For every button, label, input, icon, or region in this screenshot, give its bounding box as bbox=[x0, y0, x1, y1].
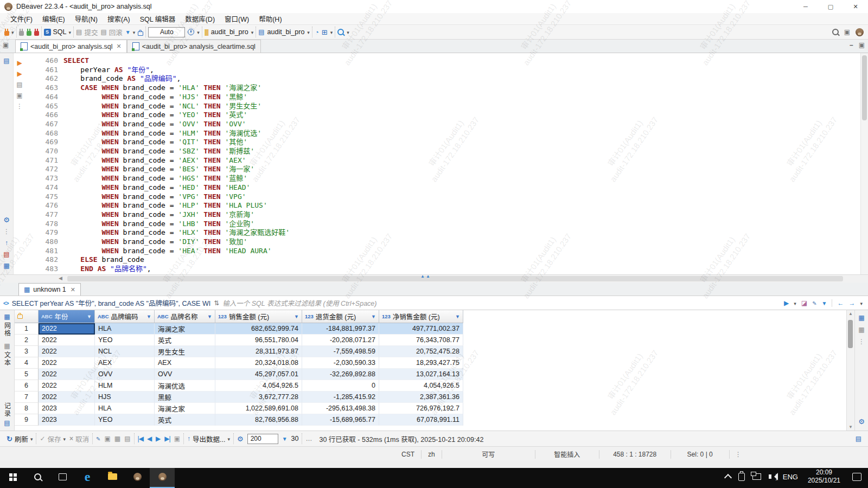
cell[interactable]: 20,752,475.28 bbox=[379, 346, 463, 357]
cell[interactable]: 1,022,589,691.08 bbox=[215, 403, 302, 414]
cell[interactable]: 英式 bbox=[155, 414, 215, 426]
close-button[interactable]: ✕ bbox=[843, 0, 868, 13]
transaction-mode-combo[interactable]: Auto bbox=[148, 27, 185, 37]
cell[interactable]: 13,027,164.13 bbox=[379, 369, 463, 380]
cell[interactable]: 682,652,999.74 bbox=[215, 323, 302, 335]
panel-settings-icon[interactable] bbox=[858, 418, 865, 425]
connection-selector[interactable]: audit_bi_pro bbox=[211, 28, 248, 36]
filter-arrow-icon[interactable]: ▼ bbox=[455, 314, 460, 319]
disconnect-icon[interactable] bbox=[19, 31, 24, 36]
cell[interactable]: 20,324,018.08 bbox=[215, 357, 302, 369]
code-area[interactable]: SELECT perYear AS "年份", brand_code AS "品… bbox=[63, 53, 860, 274]
volume-tray-button[interactable] bbox=[765, 465, 778, 488]
editor-tab[interactable]: <audit_bi_pro> analysis_cleartime.sql bbox=[127, 40, 261, 53]
cell[interactable]: 2022 bbox=[39, 323, 95, 335]
transaction-log-button[interactable] bbox=[125, 29, 135, 35]
menu-item[interactable]: 窗口(W) bbox=[220, 12, 254, 25]
cell[interactable]: 2,387,361.36 bbox=[379, 391, 463, 403]
grid-vertical-scrollbar[interactable]: ▲ ▼ bbox=[846, 310, 854, 431]
chevron-down-icon[interactable] bbox=[30, 435, 33, 442]
cell[interactable]: 黑鲸 bbox=[155, 391, 215, 403]
file-explorer-button[interactable] bbox=[100, 465, 125, 488]
cell[interactable]: 2022 bbox=[39, 380, 95, 391]
cell[interactable]: 4,054,926.5 bbox=[379, 380, 463, 391]
chevron-down-icon[interactable] bbox=[330, 29, 333, 35]
schema-selector[interactable]: audit_bi_pro bbox=[267, 28, 305, 36]
last-row-icon[interactable] bbox=[164, 435, 170, 442]
edge-button[interactable]: e bbox=[75, 465, 100, 488]
previous-row-icon[interactable] bbox=[147, 435, 152, 442]
cell[interactable]: HLM bbox=[95, 380, 155, 391]
sql-editor-button[interactable]: SQL bbox=[44, 28, 72, 36]
cell[interactable]: AEX bbox=[95, 357, 155, 369]
edit-cell-icon[interactable] bbox=[96, 435, 100, 442]
dbeaver-taskbar-button[interactable] bbox=[125, 465, 150, 488]
filter-settings-icon[interactable] bbox=[822, 300, 827, 306]
cell[interactable]: 67,078,991.11 bbox=[379, 414, 463, 426]
expand-filter-icon[interactable] bbox=[214, 300, 219, 306]
cell[interactable]: 男生女生 bbox=[155, 346, 215, 357]
copy-result-icon[interactable] bbox=[856, 435, 861, 442]
fetch-filter-icon[interactable] bbox=[282, 435, 288, 442]
maximize-editor-icon[interactable] bbox=[859, 42, 865, 48]
page-size-input[interactable]: 200 bbox=[247, 434, 278, 444]
reconnect-icon[interactable] bbox=[27, 31, 31, 36]
menu-item[interactable]: 导航(N) bbox=[70, 12, 103, 25]
statusbar-dots-icon[interactable]: ⋮ bbox=[730, 451, 747, 458]
cell[interactable]: 2022 bbox=[39, 369, 95, 380]
cell[interactable]: OVV bbox=[95, 369, 155, 380]
scrollbar-thumb[interactable] bbox=[848, 320, 853, 348]
row-number[interactable]: 7 bbox=[15, 391, 39, 403]
cell[interactable]: YEO bbox=[95, 414, 155, 426]
editor-horizontal-scrollbar[interactable]: ◀ ▲▲ bbox=[0, 274, 868, 282]
cell[interactable]: -7,559,498.59 bbox=[302, 346, 379, 357]
cell[interactable]: 18,293,427.75 bbox=[379, 357, 463, 369]
taskbar-clock[interactable]: 20:09 2025/10/21 bbox=[802, 468, 846, 485]
cell[interactable]: 76,343,708.77 bbox=[379, 335, 463, 346]
cell[interactable]: -184,881,997.37 bbox=[302, 323, 379, 335]
task-view-button[interactable] bbox=[50, 465, 75, 488]
menu-item[interactable]: 帮助(H) bbox=[254, 12, 286, 25]
cancel-button[interactable]: 取消 bbox=[69, 434, 89, 444]
editor-tab[interactable]: <audit_bi_pro> analysis.sql✕ bbox=[15, 40, 127, 53]
output-grid-icon[interactable] bbox=[3, 262, 9, 269]
dbeaver-taskbar-button-active[interactable] bbox=[150, 465, 175, 488]
cell[interactable]: -295,613,498.38 bbox=[302, 403, 379, 414]
filter-arrow-icon[interactable]: ▼ bbox=[146, 314, 151, 319]
refresh-button[interactable]: 刷新 bbox=[7, 434, 33, 444]
row-number[interactable]: 9 bbox=[15, 414, 39, 426]
duplicate-row-icon[interactable] bbox=[114, 435, 120, 442]
cell[interactable]: 海澜优选 bbox=[155, 380, 215, 391]
lock-icon[interactable] bbox=[138, 31, 143, 36]
minimize-editor-icon[interactable] bbox=[850, 42, 853, 48]
execution-plan-icon[interactable] bbox=[322, 29, 328, 36]
cell[interactable]: 45,297,057.01 bbox=[215, 369, 302, 380]
chevron-down-icon[interactable] bbox=[227, 435, 230, 442]
cell[interactable]: 497,771,002.37 bbox=[379, 323, 463, 335]
cell[interactable]: -1,285,415.92 bbox=[302, 391, 379, 403]
cell[interactable]: 海澜之家 bbox=[155, 403, 215, 414]
row-number[interactable]: 8 bbox=[15, 403, 39, 414]
export-data-button[interactable]: 导出数据... bbox=[187, 434, 230, 444]
cell[interactable]: -20,208,071.27 bbox=[302, 335, 379, 346]
cell[interactable]: 726,976,192.7 bbox=[379, 403, 463, 414]
scrollbar-thumb[interactable] bbox=[67, 276, 843, 281]
filter-query-text[interactable]: SELECT perYear AS "年份", brand_code AS "品… bbox=[12, 298, 211, 308]
filter-placeholder[interactable]: 输入一个 SQL 表达式来过滤结果 (使用 Ctrl+Space) bbox=[222, 298, 376, 308]
maximize-button[interactable]: ▢ bbox=[818, 0, 843, 13]
cell[interactable]: -2,030,590.33 bbox=[302, 357, 379, 369]
first-row-icon[interactable] bbox=[138, 435, 143, 442]
export-icon[interactable] bbox=[5, 240, 8, 246]
chevron-down-icon[interactable] bbox=[347, 29, 349, 35]
grid-settings-icon[interactable] bbox=[237, 435, 244, 442]
fetch-page-icon[interactable] bbox=[174, 435, 180, 442]
database-navigator-icon[interactable] bbox=[3, 57, 9, 64]
copy-icon[interactable] bbox=[16, 92, 22, 99]
cell[interactable]: 0 bbox=[302, 380, 379, 391]
chevron-down-icon[interactable] bbox=[69, 29, 72, 35]
add-row-icon[interactable] bbox=[104, 435, 110, 442]
perspective-icon[interactable] bbox=[844, 29, 850, 35]
cell[interactable]: 2022 bbox=[39, 357, 95, 369]
menu-item[interactable]: 搜索(A) bbox=[103, 12, 135, 25]
start-button[interactable] bbox=[0, 465, 25, 488]
